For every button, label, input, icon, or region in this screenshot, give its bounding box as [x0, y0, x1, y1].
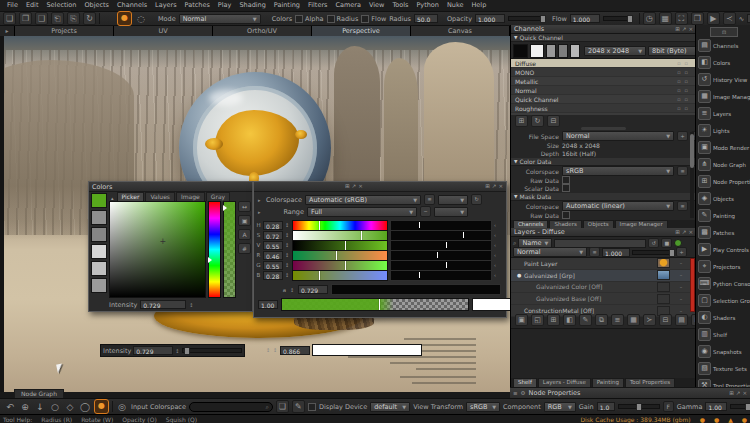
window-button-icon[interactable]: ⊞ — [485, 183, 490, 190]
palette-tab[interactable]: ▥ Shelf — [696, 326, 750, 343]
plus-icon[interactable]: + — [677, 131, 688, 141]
gain-slider[interactable] — [618, 404, 660, 409]
channel-value-field[interactable]: 0.55 — [263, 241, 283, 250]
menu-item[interactable]: File — [3, 0, 22, 11]
flow-field[interactable]: 1.000 — [570, 14, 600, 23]
dock-tab[interactable]: Shelf — [513, 378, 537, 387]
layer-action-icon[interactable]: ≻ — [643, 314, 656, 326]
palette-tab[interactable]: ▦ Image Manager — [696, 88, 750, 105]
checkbox-icon[interactable] — [295, 15, 303, 23]
dock-tab[interactable]: Channels — [513, 220, 548, 228]
checkbox-icon[interactable] — [327, 15, 335, 23]
dock-tab[interactable]: Shaders — [549, 220, 581, 228]
channel-action-icon[interactable]: ⊟ — [547, 115, 560, 127]
spinner-icon[interactable]: ↕ — [273, 348, 278, 352]
menu-item[interactable]: Filters — [304, 0, 331, 11]
file-action-icon[interactable]: ⎗ — [51, 12, 64, 25]
node-properties-bar[interactable]: ≡ ⚙ Node Properties ⊞↗× — [510, 387, 750, 398]
tertiary-dropdown[interactable]: ▼ — [434, 207, 468, 217]
flow-slider[interactable] — [603, 16, 631, 21]
channel-row[interactable]: Diffuse ▫▫ — [511, 59, 696, 68]
alpha-curve-strip[interactable] — [331, 284, 501, 295]
menu-item[interactable]: Layers — [151, 0, 181, 11]
amount-slider[interactable] — [632, 250, 674, 255]
pressure-toggle[interactable]: Radius — [327, 15, 359, 23]
active-paint-tool-icon[interactable]: ● — [94, 399, 109, 414]
palette-tab[interactable]: ◧ Colors — [696, 54, 750, 71]
projection-option-icon[interactable]: ▦ — [659, 12, 672, 25]
eraser-tool-icon[interactable]: ◌ — [135, 13, 147, 25]
projection-option-icon[interactable]: ▶ — [707, 12, 720, 25]
picker-tool-icon[interactable]: A — [238, 229, 251, 240]
amount-field[interactable]: 1.000 — [602, 248, 630, 257]
palette-tab[interactable]: ◉ Snapshots — [696, 343, 750, 360]
expander-icon[interactable]: ▸ — [258, 198, 263, 202]
opacity-slider[interactable] — [508, 16, 544, 21]
intensity-field[interactable]: 0.729 — [140, 300, 186, 309]
lock-icon[interactable]: ≡ — [677, 166, 688, 176]
picker-tab[interactable]: Values — [145, 192, 175, 201]
layer-action-icon[interactable]: ⊞ — [547, 314, 560, 326]
hue-strip[interactable] — [208, 201, 221, 298]
view-transform-dropdown[interactable]: sRGB▼ — [466, 402, 500, 412]
strip-marker[interactable] — [319, 271, 320, 280]
blend-mode-dropdown[interactable]: Normal▼ — [513, 247, 587, 257]
alpha-max-field[interactable]: 1.00 — [258, 300, 278, 309]
channel-value-field[interactable]: 0.55 — [263, 261, 283, 270]
gear-icon[interactable]: ⚙ — [521, 390, 526, 397]
projection-option-icon[interactable]: ≺ — [723, 12, 736, 25]
palette-tab[interactable]: ▢ Selection Groups — [696, 292, 750, 309]
paint-tool-icon[interactable]: ● — [117, 11, 132, 26]
layer-action-icon[interactable]: ✎ — [579, 314, 592, 326]
window-button-icon[interactable]: ↗ — [682, 26, 687, 33]
spinner-icon[interactable]: ↕ — [189, 303, 194, 307]
alpha-gradient-strip[interactable] — [281, 298, 469, 311]
menu-item[interactable]: Edit — [22, 0, 43, 11]
alpha-strip[interactable] — [223, 201, 236, 298]
viewport-tab[interactable]: Projects — [15, 26, 114, 36]
projection-option-icon[interactable]: ◷ — [643, 12, 656, 25]
spinner-icon[interactable]: ↕ — [285, 243, 290, 247]
layer-cell[interactable]: – — [674, 284, 688, 290]
viewport-menu-icon[interactable]: ▸ — [0, 26, 15, 36]
status-indicator-icon[interactable]: ● — [714, 416, 719, 423]
canvas-tool-icon[interactable]: ↶ — [4, 401, 16, 413]
mask-data-header[interactable]: ▼ Mask Data — [511, 193, 696, 201]
palette-tab[interactable]: ◈ Objects — [696, 190, 750, 207]
channel-value-field[interactable]: 0.72 — [263, 231, 283, 240]
channel-row[interactable]: Metallic ▫▫ — [511, 77, 696, 86]
layer-row[interactable]: ● Paint Layer – — [511, 258, 696, 270]
doc-icon[interactable]: ❏ — [276, 400, 289, 413]
color-swatch[interactable] — [91, 210, 107, 225]
channel-value-field[interactable]: 0.28 — [263, 271, 283, 280]
menu-item[interactable]: Nuke — [443, 0, 468, 11]
gain-field[interactable]: 1.0 — [597, 402, 615, 411]
spinner-icon[interactable]: ↕ — [290, 288, 295, 292]
gamma-field[interactable]: 1.00 — [705, 402, 727, 411]
palette-tab[interactable]: ▧ Texture Sets — [696, 360, 750, 377]
projection-option-icon[interactable]: ⛶ — [675, 12, 688, 25]
palette-tab[interactable]: ▩ Patches — [696, 224, 750, 241]
intensity-field[interactable]: 0.729 — [133, 346, 173, 355]
palette-tab[interactable]: ≡ Layers — [696, 105, 750, 122]
channel-row[interactable]: Quick Channel ▫▫ — [511, 95, 696, 104]
palette-tab[interactable]: ▶ Play Controls — [696, 241, 750, 258]
colorspace-dropdown[interactable]: sRGB▼ — [562, 166, 674, 176]
value-field[interactable]: 0.866 — [280, 346, 310, 355]
white-swatch[interactable] — [530, 44, 544, 58]
spinner-icon[interactable]: ↕ — [285, 263, 290, 267]
range-dropdown[interactable]: Full▼ — [307, 207, 417, 217]
mode-dropdown[interactable]: Normal▼ — [179, 14, 261, 24]
menu-item[interactable]: Tools — [388, 0, 412, 11]
colorspace-dropdown[interactable]: Automatic (sRGB)▼ — [305, 195, 421, 205]
spinner-icon[interactable]: ↕ — [266, 348, 271, 352]
colormap-dialog-titlebar[interactable]: ⊞↗× ⊞↗× — [254, 182, 506, 192]
strip-marker[interactable] — [319, 221, 320, 230]
gray-swatch[interactable] — [558, 44, 568, 58]
dock-tab[interactable]: Layers - Diffuse — [538, 378, 591, 387]
dock-tab[interactable]: Objects — [583, 220, 614, 228]
palette-tab[interactable]: ⋔ Node Graph — [696, 156, 750, 173]
reset-icon[interactable]: ↻ — [471, 194, 482, 205]
raw-data-checkbox[interactable] — [562, 176, 570, 184]
window-button-icon[interactable]: ↗ — [736, 390, 741, 397]
